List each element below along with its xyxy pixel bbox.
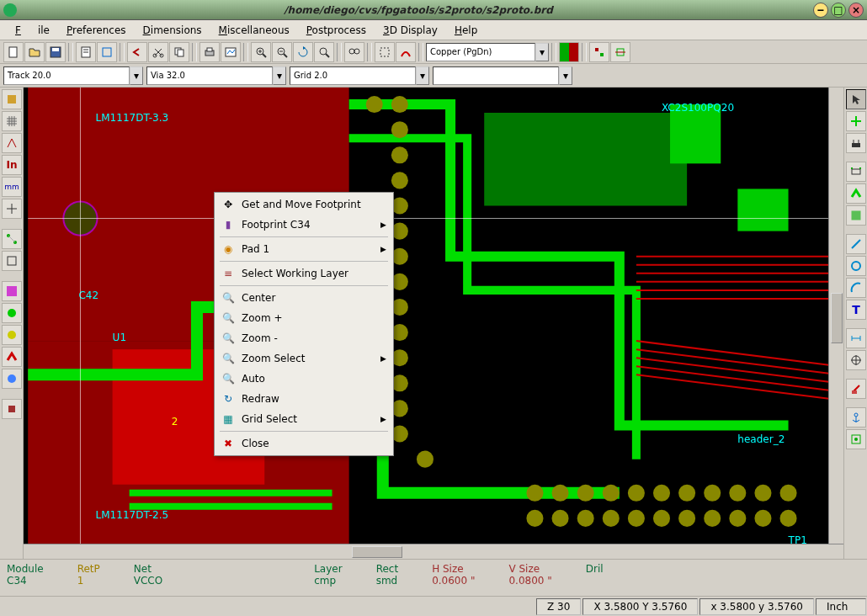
print-button[interactable] <box>199 42 220 62</box>
zoom-combo[interactable] <box>433 66 559 85</box>
svg-text:U1: U1 <box>113 332 126 343</box>
minimize-button[interactable]: ‒ <box>813 3 828 18</box>
add-text-tool[interactable]: T <box>846 300 866 320</box>
ctx-zoom-in[interactable]: 🔍Zoom + <box>216 308 391 328</box>
place-anchor-tool[interactable] <box>846 407 866 427</box>
add-target-tool[interactable] <box>846 350 866 370</box>
add-track-tool[interactable] <box>846 183 866 204</box>
ctx-grid-select-submenu[interactable]: ▦Grid Select▶ <box>216 409 391 429</box>
layer-colors-button[interactable] <box>559 42 579 62</box>
mode-button-1[interactable] <box>589 42 609 62</box>
delete-tool[interactable] <box>846 379 866 399</box>
show-zones-button[interactable] <box>2 281 22 301</box>
mode-button-2[interactable] <box>610 42 630 62</box>
svg-point-76 <box>552 510 569 527</box>
grid-size-combo[interactable]: Grid 2.0 <box>290 66 416 85</box>
menu-help[interactable]: Help <box>446 23 486 38</box>
grid-origin-tool[interactable] <box>846 429 866 449</box>
svg-rect-12 <box>207 48 212 51</box>
svg-point-118 <box>854 438 858 441</box>
layers-manager-button[interactable] <box>2 399 22 419</box>
menu-postprocess[interactable]: Postprocess <box>298 23 375 38</box>
maximize-button[interactable]: □ <box>831 3 846 18</box>
svg-point-63 <box>417 451 434 468</box>
status-retp-label: RetP <box>77 563 100 575</box>
status-vsize-value: 0.0800 " <box>508 575 551 587</box>
module-button[interactable] <box>97 42 117 62</box>
svg-rect-37 <box>7 286 17 296</box>
add-footprint-tool[interactable] <box>846 162 866 182</box>
ctx-pad-submenu[interactable]: ◉Pad 1▶ <box>216 239 391 259</box>
sheet-button[interactable] <box>76 42 96 62</box>
dropdown-arrow-icon[interactable]: ▾ <box>273 66 286 85</box>
cut-button[interactable] <box>148 42 168 62</box>
ctx-select-layer[interactable]: ≡Select Working Layer <box>216 263 391 284</box>
local-ratsnest-tool[interactable] <box>846 133 866 153</box>
units-inch-button[interactable]: In <box>2 155 22 175</box>
menu-dimensions[interactable]: Dimensions <box>135 23 210 38</box>
layer-select-arrow[interactable]: ▾ <box>535 43 549 61</box>
dropdown-arrow-icon[interactable]: ▾ <box>130 66 143 85</box>
ctx-get-move-footprint[interactable]: ✥Get and Move Footprint <box>216 194 391 215</box>
find-button[interactable] <box>344 42 364 62</box>
ctx-zoom-out[interactable]: 🔍Zoom - <box>216 328 391 348</box>
via-size-combo[interactable]: Via 32.0 <box>146 66 273 85</box>
copy-button[interactable] <box>169 42 189 62</box>
show-track-fill-button[interactable] <box>2 347 22 367</box>
add-arc-tool[interactable] <box>846 278 866 298</box>
highlight-net-tool[interactable] <box>846 111 866 131</box>
menu-3d-display[interactable]: 3D Display <box>375 23 446 38</box>
ctx-zoom-select-submenu[interactable]: 🔍Zoom Select▶ <box>216 348 391 369</box>
add-zone-tool[interactable] <box>846 205 866 226</box>
horizontal-scrollbar[interactable] <box>24 544 843 559</box>
add-circle-tool[interactable] <box>846 256 866 276</box>
svg-point-84 <box>754 510 771 527</box>
high-contrast-button[interactable] <box>2 369 22 389</box>
netlist-button[interactable] <box>375 42 395 62</box>
layer-select-combo[interactable]: Copper (PgDn) <box>426 43 535 61</box>
ctx-auto[interactable]: 🔍Auto <box>216 369 391 389</box>
right-toolbar: T <box>843 88 867 559</box>
drc-off-button[interactable] <box>2 89 22 109</box>
svg-text:C42: C42 <box>78 289 98 301</box>
zoom-fit-button[interactable] <box>314 42 334 62</box>
grid-button[interactable] <box>2 111 22 131</box>
show-via-fill-button[interactable] <box>2 325 22 345</box>
close-window-button[interactable]: × <box>848 3 864 18</box>
drc-button[interactable] <box>396 42 416 62</box>
cursor-tool[interactable] <box>846 89 866 109</box>
ctx-redraw[interactable]: ↻Redraw <box>216 389 391 409</box>
zoom-in-button[interactable] <box>251 42 271 62</box>
dropdown-arrow-icon[interactable]: ▾ <box>416 66 429 85</box>
show-pad-fill-button[interactable] <box>2 303 22 323</box>
dropdown-arrow-icon[interactable]: ▾ <box>559 66 572 85</box>
vertical-scrollbar[interactable] <box>828 88 843 544</box>
new-button[interactable] <box>3 42 24 62</box>
polar-button[interactable] <box>2 133 22 153</box>
ctx-footprint-submenu[interactable]: ▮Footprint C34▶ <box>216 215 391 235</box>
pcb-canvas[interactable]: LM1117DT-3.3 LM1117DT-2.5 XC2S100PQ20 U1… <box>24 88 843 544</box>
track-width-combo[interactable]: Track 20.0 <box>3 66 130 85</box>
svg-line-15 <box>263 54 266 57</box>
auto-delete-track-button[interactable] <box>2 251 22 271</box>
add-dimension-tool[interactable] <box>846 328 866 348</box>
save-button[interactable] <box>45 42 66 62</box>
undo-button[interactable] <box>127 42 147 62</box>
ctx-close[interactable]: ✖Close <box>216 433 391 454</box>
redraw-button[interactable] <box>293 42 313 62</box>
add-line-tool[interactable] <box>846 234 866 254</box>
plot-button[interactable] <box>221 42 241 62</box>
app-icon <box>3 3 17 17</box>
svg-rect-41 <box>8 406 15 412</box>
ctx-center[interactable]: 🔍Center <box>216 288 391 308</box>
cursor-shape-button[interactable] <box>2 199 22 219</box>
open-button[interactable] <box>24 42 45 62</box>
ratsnest-button[interactable] <box>2 229 22 249</box>
zoom-out-button[interactable] <box>272 42 292 62</box>
svg-point-78 <box>603 510 620 527</box>
menu-file[interactable]: File <box>7 23 58 38</box>
submenu-arrow-icon: ▶ <box>380 354 386 363</box>
menu-preferences[interactable]: Preferences <box>58 23 135 38</box>
menu-miscellaneous[interactable]: Miscellaneous <box>210 23 298 38</box>
units-mm-button[interactable]: mm <box>2 177 22 197</box>
